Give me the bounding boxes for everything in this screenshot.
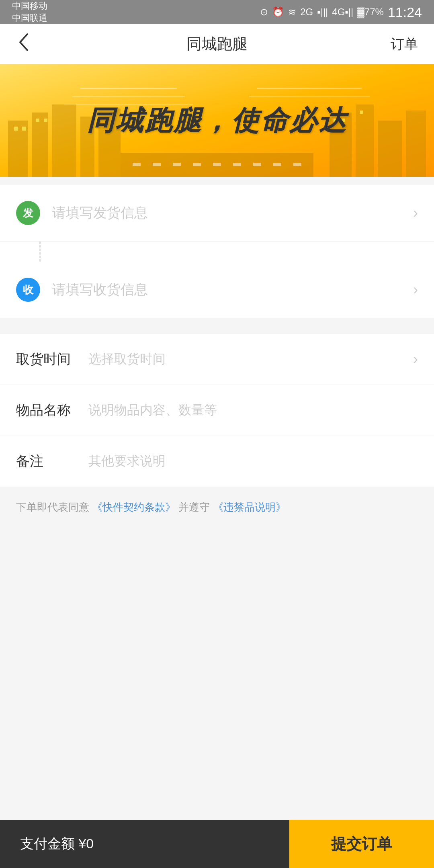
receiver-badge: 收: [16, 278, 40, 302]
remark-label: 备注: [16, 452, 80, 471]
content-spacer: [0, 528, 434, 809]
svg-rect-21: [360, 111, 363, 114]
remark-row[interactable]: 备注 其他要求说明: [0, 436, 434, 487]
4g-icon: 4G▪||: [332, 6, 353, 18]
banner: 同城跑腿，使命必达: [0, 64, 434, 177]
svg-rect-12: [22, 127, 26, 131]
pickup-time-chevron-icon: ›: [413, 351, 418, 368]
payment-amount: 支付金额 ¥0: [0, 820, 289, 868]
submit-label: 提交订单: [331, 834, 392, 854]
terms-section: 下单即代表同意 《快件契约条款》 并遵守 《违禁品说明》: [0, 487, 434, 528]
svg-rect-17: [378, 121, 402, 177]
sender-chevron-icon: ›: [413, 205, 418, 221]
item-name-value: 说明物品内容、数量等: [80, 401, 418, 419]
svg-rect-7: [32, 113, 48, 177]
bottom-bar: 支付金额 ¥0 提交订单: [0, 820, 434, 868]
sender-row[interactable]: 发 请填写发货信息 ›: [0, 185, 434, 242]
svg-rect-16: [356, 104, 374, 177]
carrier1: 中国移动: [12, 0, 47, 12]
pickup-time-label: 取货时间: [16, 350, 80, 368]
svg-rect-24: [153, 163, 161, 166]
svg-rect-11: [14, 127, 18, 131]
terms-prefix: 下单即代表同意: [16, 501, 89, 513]
sender-placeholder: 请填写发货信息: [52, 204, 405, 222]
item-name-label: 物品名称: [16, 401, 80, 420]
svg-rect-28: [233, 163, 241, 166]
terms-middle: 并遵守: [178, 501, 210, 513]
remark-value: 其他要求说明: [80, 452, 418, 470]
terms-link-2[interactable]: 《违禁品说明》: [213, 501, 286, 513]
dashed-divider: [39, 242, 41, 262]
terms-link-1[interactable]: 《快件契约条款》: [92, 501, 176, 513]
svg-rect-31: [293, 163, 301, 166]
svg-rect-18: [406, 111, 426, 177]
form-section: 取货时间 选择取货时间 › 物品名称 说明物品内容、数量等 备注 其他要求说明: [0, 334, 434, 487]
carrier-info: 中国移动 中国联通: [12, 0, 47, 24]
section-divider-1: [0, 177, 434, 185]
wifi-icon: ≋: [288, 6, 296, 18]
pickup-time-value: 选择取货时间: [80, 350, 405, 368]
signal-icon: ▪|||: [317, 6, 328, 18]
alarm-icon: ⏰: [272, 6, 284, 18]
svg-rect-29: [253, 163, 261, 166]
svg-rect-30: [273, 163, 281, 166]
svg-rect-23: [133, 163, 141, 166]
svg-rect-26: [193, 163, 201, 166]
banner-title: 同城跑腿，使命必达: [87, 102, 347, 139]
top-nav: 同城跑腿 订单: [0, 24, 434, 64]
address-section: 发 请填写发货信息 › 收 请填写收货信息 ›: [0, 185, 434, 318]
orders-button[interactable]: 订单: [386, 35, 418, 53]
location-icon: ⊙: [260, 6, 268, 18]
svg-rect-25: [173, 163, 181, 166]
receiver-chevron-icon: ›: [413, 281, 418, 298]
receiver-placeholder: 请填写收货信息: [52, 280, 405, 299]
svg-rect-8: [52, 104, 76, 177]
carrier2: 中国联通: [12, 12, 47, 24]
2g-icon: 2G: [300, 6, 313, 18]
svg-rect-13: [36, 119, 39, 122]
back-button[interactable]: [16, 30, 48, 58]
address-connector: [0, 242, 434, 262]
battery-icon: ▓77%: [357, 6, 384, 18]
sender-badge: 发: [16, 201, 40, 225]
svg-rect-14: [44, 119, 47, 122]
status-time: 11:24: [388, 4, 422, 20]
receiver-row[interactable]: 收 请填写收货信息 ›: [0, 262, 434, 318]
pickup-time-row[interactable]: 取货时间 选择取货时间 ›: [0, 334, 434, 385]
submit-button[interactable]: 提交订单: [289, 820, 434, 868]
status-icons: ⊙ ⏰ ≋ 2G ▪||| 4G▪|| ▓77% 11:24: [260, 4, 422, 20]
amount-label: 支付金额 ¥0: [20, 835, 94, 853]
svg-rect-27: [213, 163, 221, 166]
status-bar: 中国移动 中国联通 ⊙ ⏰ ≋ 2G ▪||| 4G▪|| ▓77% 11:24: [0, 0, 434, 24]
page-title: 同城跑腿: [186, 34, 248, 54]
section-divider-2: [0, 318, 434, 326]
item-name-row[interactable]: 物品名称 说明物品内容、数量等: [0, 385, 434, 436]
